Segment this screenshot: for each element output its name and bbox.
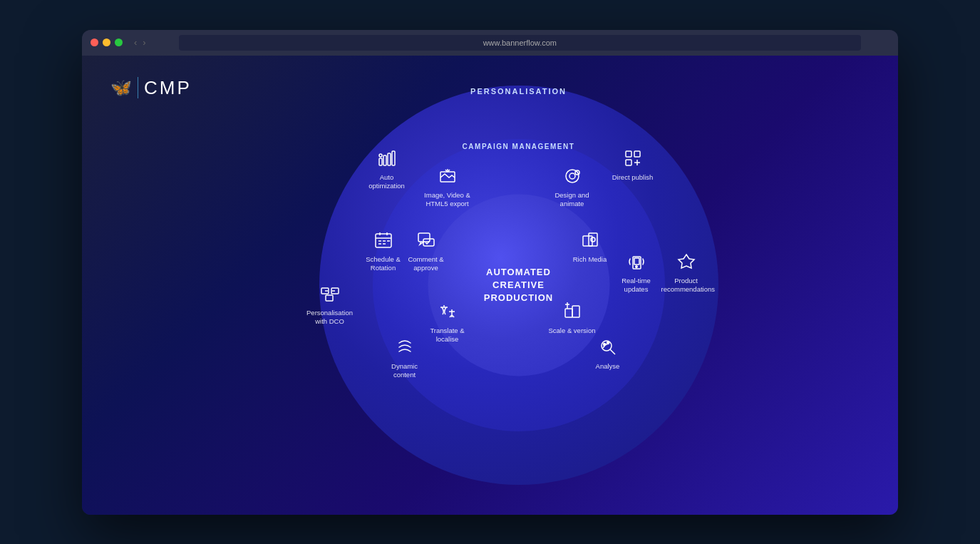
svg-rect-16 [379, 158, 382, 165]
comment-approve-label: Comment & approve [401, 255, 451, 273]
svg-rect-13 [572, 306, 579, 317]
auto-optimization-icon [375, 146, 399, 170]
personalisation-dco-label: Personalisation with DCO [305, 309, 355, 327]
svg-rect-17 [383, 155, 386, 165]
butterfly-icon: 🦋 [110, 78, 132, 98]
feature-dynamic-content: Dynamic content [380, 335, 430, 380]
svg-point-37 [635, 265, 636, 267]
auto-optimization-label: Auto optimization [362, 173, 412, 191]
back-arrow-icon[interactable]: ‹ [134, 37, 137, 48]
real-time-icon [624, 250, 649, 274]
feature-analyse: Analyse [583, 335, 633, 371]
url-text: www.bannerflow.com [483, 39, 557, 47]
scale-version-icon [560, 299, 584, 324]
svg-point-5 [569, 173, 575, 179]
svg-point-20 [379, 154, 382, 157]
direct-publish-label: Direct publish [608, 173, 658, 182]
address-bar[interactable]: www.bannerflow.com [179, 35, 861, 51]
comment-approve-icon [414, 228, 438, 252]
personalisation-dco-icon [318, 282, 342, 306]
feature-auto-optimization: Auto optimization [362, 146, 412, 191]
dynamic-content-label: Dynamic content [380, 362, 430, 380]
page-content: 🦋 CMP PERSONALISATION CAMPAIGN MANAGEMEN… [82, 56, 898, 515]
feature-direct-publish: Direct publish [608, 146, 658, 182]
svg-rect-21 [626, 151, 631, 157]
feature-translate: Translate & localise [423, 299, 473, 344]
feature-image-video: Image, Video & HTML5 export [423, 164, 473, 209]
feature-product-recommendations: Product recommendations [661, 250, 711, 294]
product-rec-icon [674, 250, 698, 274]
campaign-management-label: CAMPAIGN MANAGEMENT [463, 143, 575, 150]
scale-version-label: Scale & version [547, 327, 597, 335]
svg-rect-22 [634, 151, 640, 157]
logo: 🦋 CMP [110, 77, 192, 99]
dynamic-content-icon [393, 335, 417, 359]
browser-titlebar: ‹ › www.bannerflow.com [82, 30, 898, 56]
analyse-icon [596, 335, 620, 359]
design-animate-label: Design and animate [547, 191, 597, 209]
svg-rect-10 [589, 233, 597, 246]
close-button[interactable] [91, 39, 98, 46]
feature-personalisation-dco: Personalisation with DCO [305, 282, 355, 327]
svg-rect-39 [326, 295, 333, 301]
feature-comment-approve: Comment & approve [401, 228, 451, 273]
svg-point-11 [591, 237, 595, 242]
browser-navigation: ‹ › [134, 37, 146, 48]
rich-media-icon [578, 228, 602, 252]
feature-scale-version: Scale & version [547, 299, 597, 335]
svg-rect-7 [418, 233, 430, 242]
svg-point-4 [566, 170, 579, 183]
feature-design-animate: Design and animate [547, 164, 597, 209]
svg-rect-19 [392, 151, 395, 165]
rich-media-label: Rich Media [565, 255, 615, 264]
logo-text: CMP [144, 77, 192, 99]
svg-rect-36 [634, 258, 639, 265]
translate-label: Translate & localise [423, 327, 473, 344]
svg-rect-23 [626, 160, 631, 165]
feature-schedule: Schedule & Rotation [359, 228, 408, 273]
design-animate-icon [560, 164, 584, 188]
product-rec-label: Product recommendations [661, 277, 711, 294]
feature-real-time: Real-time updates [612, 250, 661, 294]
svg-rect-18 [388, 153, 391, 165]
image-video-icon [435, 164, 460, 188]
logo-divider [138, 77, 138, 98]
image-video-label: Image, Video & HTML5 export [423, 191, 473, 209]
diagram-container: PERSONALISATION CAMPAIGN MANAGEMENT AUTO… [312, 78, 726, 492]
forward-arrow-icon[interactable]: › [143, 37, 145, 48]
minimize-button[interactable] [103, 39, 110, 46]
analyse-label: Analyse [583, 362, 633, 371]
feature-rich-media: Rich Media [565, 228, 615, 264]
svg-rect-12 [565, 309, 572, 317]
svg-line-44 [610, 349, 615, 354]
personalisation-label: PERSONALISATION [470, 87, 567, 96]
schedule-icon [371, 228, 396, 252]
direct-publish-icon [621, 146, 645, 170]
center-label: AUTOMATED CREATIVE PRODUCTION [476, 265, 562, 304]
schedule-label: Schedule & Rotation [359, 255, 408, 273]
translate-icon [435, 299, 460, 324]
browser-window: ‹ › www.bannerflow.com 🦋 CMP PERSONALISA… [82, 30, 898, 515]
maximize-button[interactable] [115, 39, 123, 46]
real-time-label: Real-time updates [612, 277, 661, 294]
